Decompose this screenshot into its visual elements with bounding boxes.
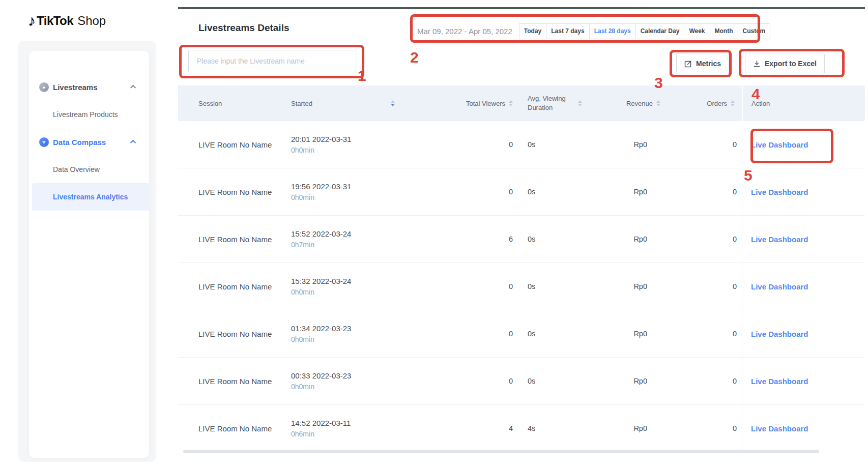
started-time: 19:56 2022-03-31 — [291, 182, 351, 191]
column-header-revenue[interactable]: Revenue — [590, 85, 667, 121]
live-dashboard-link[interactable]: Live Dashboard — [751, 282, 808, 291]
session-cell: LIVE Room No Name — [178, 358, 285, 404]
sort-icon[interactable] — [509, 100, 513, 106]
table-row: LIVE Room No Name 19:56 2022-03-31 0h0mi… — [178, 168, 865, 216]
avg-viewing-duration-cell: 0s — [514, 168, 590, 215]
date-range-picker[interactable]: Mar 09, 2022 - Apr 05, 2022 — [417, 27, 512, 36]
sidebar-item-livestreams[interactable]: ▶ Livestreams — [29, 73, 149, 101]
date-range-tab[interactable]: Calendar Day — [635, 23, 685, 39]
action-cell: Live Dashboard — [742, 216, 865, 262]
stream-duration: 0h6min — [291, 430, 351, 438]
started-cell: 01:34 2022-03-23 0h0min — [285, 310, 402, 357]
live-dashboard-link[interactable]: Live Dashboard — [751, 424, 808, 433]
live-icon: ▶ — [39, 82, 49, 92]
tiktok-shop-livestreams-analytics-page: ♪ TikTok Shop ▶ Livestreams Livestream P… — [0, 0, 868, 467]
column-header-action: Action — [742, 85, 865, 121]
download-icon — [753, 60, 761, 68]
table-row: LIVE Room No Name 14:52 2022-03-11 0h6mi… — [178, 405, 865, 452]
sidebar-item-livestream-products[interactable]: Livestream Products — [29, 101, 149, 128]
sidebar-item-data-overview[interactable]: Data Overview — [29, 156, 149, 183]
annotation-number-1: 1 — [358, 67, 366, 84]
revenue-cell: Rp0 — [590, 405, 667, 452]
revenue-cell: Rp0 — [590, 168, 667, 215]
live-dashboard-link[interactable]: Live Dashboard — [751, 235, 808, 244]
started-cell: 20:01 2022-03-31 0h0min — [285, 121, 402, 168]
date-range-tabs: Today Last 7 days Last 28 days Calendar … — [519, 23, 770, 39]
column-header-total-viewers[interactable]: Total Viewers — [402, 85, 514, 121]
stream-duration: 0h0min — [291, 383, 351, 391]
tiktok-note-icon: ♪ — [28, 13, 36, 28]
session-cell: LIVE Room No Name — [178, 263, 285, 310]
stream-duration: 0h0min — [291, 288, 351, 296]
date-range-tab[interactable]: Week — [684, 23, 710, 39]
session-cell: LIVE Room No Name — [178, 310, 285, 357]
session-cell: LIVE Room No Name — [178, 216, 285, 262]
date-range-tab[interactable]: Custom — [738, 23, 771, 39]
started-time: 20:01 2022-03-31 — [291, 135, 351, 143]
stream-duration: 0h0min — [291, 146, 351, 154]
session-cell: LIVE Room No Name — [178, 168, 285, 215]
sort-icon[interactable] — [578, 100, 582, 106]
total-viewers-cell: 0 — [402, 121, 514, 168]
logo-shop-text: Shop — [77, 14, 106, 28]
started-cell: 15:52 2022-03-24 0h7min — [285, 216, 402, 262]
date-range-bar: Mar 09, 2022 - Apr 05, 2022 Today Last 7… — [417, 22, 770, 40]
total-viewers-cell: 0 — [402, 168, 514, 215]
action-cell: Live Dashboard — [742, 358, 865, 404]
total-viewers-cell: 6 — [402, 216, 514, 262]
revenue-cell: Rp0 — [590, 310, 667, 357]
revenue-cell: Rp0 — [590, 263, 667, 310]
avg-viewing-duration-cell: 0s — [514, 310, 590, 357]
started-time: 15:32 2022-03-24 — [291, 277, 351, 285]
orders-cell: 0 — [667, 263, 742, 310]
sidebar-item-label: Livestream Products — [53, 110, 118, 119]
column-header-session: Session — [178, 85, 285, 121]
orders-cell: 0 — [667, 168, 742, 215]
compass-icon: ➤ — [39, 137, 49, 147]
sidebar-item-label: Data Overview — [53, 165, 100, 173]
column-header-orders[interactable]: Orders — [667, 85, 742, 121]
live-dashboard-link[interactable]: Live Dashboard — [751, 140, 808, 149]
sort-icon[interactable] — [731, 100, 735, 106]
export-button-label: Export to Excel — [765, 60, 817, 68]
chevron-up-icon[interactable] — [130, 85, 136, 91]
stream-duration: 0h0min — [291, 335, 351, 343]
sort-icon[interactable] — [656, 100, 660, 106]
revenue-cell: Rp0 — [590, 216, 667, 262]
logo-brand-text: TikTok — [37, 14, 73, 28]
sidebar-item-data-compass[interactable]: ➤ Data Compass — [29, 128, 149, 156]
metrics-button[interactable]: Metrics — [676, 53, 729, 74]
table-header-row: Session Started Total Viewers Avg. Viewi… — [178, 85, 865, 121]
live-dashboard-link[interactable]: Live Dashboard — [751, 330, 808, 338]
total-viewers-cell: 4 — [402, 405, 514, 452]
horizontal-scrollbar[interactable] — [183, 450, 819, 453]
revenue-cell: Rp0 — [590, 121, 667, 168]
date-range-tab[interactable]: Month — [710, 23, 738, 39]
date-range-tab[interactable]: Last 28 days — [589, 23, 636, 39]
started-time: 01:34 2022-03-23 — [291, 324, 351, 333]
column-header-avg-viewing-duration[interactable]: Avg. Viewing Duration — [514, 85, 590, 121]
action-cell: Live Dashboard — [742, 263, 865, 310]
live-dashboard-link[interactable]: Live Dashboard — [751, 188, 808, 196]
live-dashboard-link[interactable]: Live Dashboard — [751, 377, 808, 386]
avg-viewing-duration-cell: 0s — [514, 121, 590, 168]
action-cell: Live Dashboard — [742, 405, 865, 452]
date-range-tab[interactable]: Today — [519, 23, 546, 39]
avg-viewing-duration-cell: 0s — [514, 263, 590, 310]
search-input[interactable] — [188, 50, 356, 72]
column-header-started[interactable]: Started — [285, 85, 402, 121]
action-cell: Live Dashboard — [742, 168, 865, 215]
page-title: Livestreams Details — [198, 22, 290, 34]
metrics-button-label: Metrics — [696, 60, 721, 68]
total-viewers-cell: 0 — [402, 310, 514, 357]
orders-cell: 0 — [667, 216, 742, 262]
export-button[interactable]: Export to Excel — [745, 53, 825, 74]
started-time: 15:52 2022-03-24 — [291, 229, 351, 238]
sidebar-item-livestreams-analytics[interactable]: Livestreams Analytics — [32, 183, 149, 211]
started-cell: 14:52 2022-03-11 0h6min — [285, 405, 402, 452]
livestreams-table-body: LIVE Room No Name 20:01 2022-03-31 0h0mi… — [178, 121, 865, 452]
table-row: LIVE Room No Name 00:33 2022-03-23 0h0mi… — [178, 358, 865, 405]
sort-icon-started-desc[interactable] — [391, 100, 395, 106]
date-range-tab[interactable]: Last 7 days — [546, 23, 589, 39]
chevron-up-icon[interactable] — [130, 140, 136, 145]
